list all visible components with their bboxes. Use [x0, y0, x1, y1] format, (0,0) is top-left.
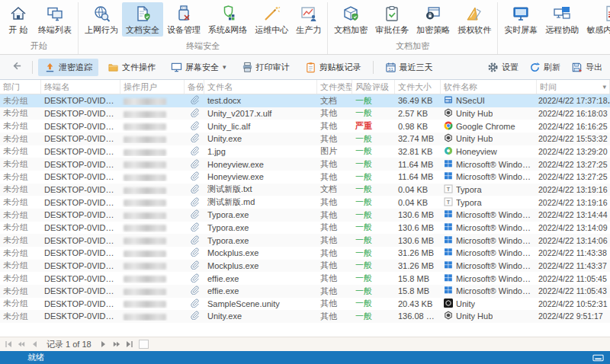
table-row[interactable]: 未分组DESKTOP-0VIDMDJHoneyview.exe其他一般11.64…	[0, 171, 610, 184]
column-header-operator-user[interactable]: 操作用户	[120, 80, 185, 94]
filter-caret-icon[interactable]: ▾	[602, 83, 606, 91]
cell-terminal-name: DESKTOP-0VIDMDJ	[41, 109, 120, 118]
pager-last-button[interactable]	[126, 340, 133, 348]
cell-risk-level: 严重	[352, 120, 395, 132]
table-row[interactable]: 未分组DESKTOP-0VIDMDJSampleScene.unity其他一般2…	[0, 298, 610, 311]
column-header-terminal-name[interactable]: 终端名	[41, 80, 120, 94]
toolbar-button-gear-small[interactable]: 设置	[486, 59, 520, 76]
table-row[interactable]: 未分组DESKTOP-0VIDMDJTypora.exe其他一般130.6 MB…	[0, 222, 610, 235]
toolbar-button-label: 文件操作	[122, 62, 156, 73]
toolbar-button-printaudit[interactable]: 打印审计	[236, 59, 296, 76]
cell-software-name: Unity Hub	[441, 311, 537, 321]
ribbon-item-doc-security[interactable]: 文档安全	[122, 2, 163, 37]
status-text: 就绪	[27, 352, 44, 363]
row-more-button[interactable]: …	[608, 96, 610, 105]
table-row[interactable]: 未分组DESKTOP-0VIDMDJ测试新版.md其他一般0.04 KBTTyp…	[0, 196, 610, 209]
table-row[interactable]: 未分组DESKTOP-0VIDMDJUnity_v2017.x.ulf其他一般2…	[0, 107, 610, 120]
gear-small-icon	[487, 62, 499, 73]
cell-software-name: Honeyview	[441, 146, 537, 157]
pager-prev-button[interactable]	[30, 340, 38, 348]
pager-extra-button[interactable]	[139, 340, 149, 349]
toolbar-button-label: 泄密追踪	[59, 62, 92, 73]
toolbar-button-export[interactable]: 导出	[570, 59, 604, 76]
ribbon-item-approval[interactable]: 审批任务	[371, 2, 413, 37]
pager-fast-prev-button[interactable]	[18, 340, 25, 348]
table-row[interactable]: 未分组DESKTOP-0VIDMDJUnity.exe其他一般32.74 MBU…	[0, 133, 610, 145]
date-filter-button[interactable]: 31 最近三天	[379, 59, 439, 76]
column-header-label: 风险评级	[355, 81, 389, 93]
table-row[interactable]: 未分组DESKTOP-0VIDMDJTypora.exe其他一般130.6 MB…	[0, 234, 610, 247]
ribbon-item-home[interactable]: 开 始	[2, 2, 34, 37]
cell-risk-level: 一般	[352, 107, 395, 119]
column-header-department[interactable]: 部门	[0, 80, 41, 94]
table-row[interactable]: 未分组DESKTOP-0VIDMDJeffie.exe其他一般15.8 MBMi…	[0, 285, 610, 298]
svg-text:T: T	[447, 186, 451, 193]
cell-time: 2022/4/22 15:53:32	[537, 134, 610, 143]
ribbon-item-web[interactable]: 上网行为	[81, 2, 122, 37]
unityhub-app-icon	[444, 311, 453, 321]
ribbon-item-productivity[interactable]: 生产力	[292, 2, 325, 37]
ribbon-item-remote[interactable]: 远程协助	[541, 2, 583, 37]
ops-icon	[262, 5, 281, 23]
ribbon-item-policy[interactable]: 加密策略	[413, 2, 454, 37]
table-row[interactable]: 未分组DESKTOP-0VIDMDJMockplus.exe其他一般31.26 …	[0, 247, 610, 260]
column-header-risk-level[interactable]: 风险评级	[352, 80, 395, 94]
toolbar-button-clipboard[interactable]: 剪贴板记录	[299, 59, 368, 76]
ribbon-item-terminal-list[interactable]: 终端列表	[34, 2, 75, 37]
cell-time: 2022/4/22 13:27:25	[537, 160, 610, 169]
cell-terminal-name: DESKTOP-0VIDMDJ	[41, 299, 120, 308]
ribbon-item-scan[interactable]: 敏感内容扫描	[583, 2, 610, 37]
pager-next-button[interactable]	[100, 340, 108, 348]
ribbon-item-doc-encrypt[interactable]: 文档加密	[330, 2, 371, 37]
home-icon	[9, 5, 27, 23]
table-row[interactable]: 未分组DESKTOP-0VIDMDJtest.docx文档一般36.49 KBN…	[0, 94, 610, 107]
ribbon-item-sysnet[interactable]: 系统&网络	[204, 2, 251, 37]
ribbon-item-ops[interactable]: 运维中心	[251, 2, 292, 37]
risk-badge: 一般	[355, 299, 372, 308]
time-label: 2022/4/22 10:52:31	[538, 299, 608, 308]
pager-fast-next-button[interactable]	[113, 340, 120, 348]
secondary-toolbar: 泄密追踪文件操作屏幕安全▾打印审计剪贴板记录 31 最近三天 设置刷新导出	[0, 55, 610, 80]
cell-file-name: 测试新版.md	[204, 196, 317, 208]
cell-backup	[185, 146, 204, 157]
column-header-file-type[interactable]: 文件类型	[317, 80, 352, 94]
cell-file-size: 31.26 MB	[395, 248, 441, 257]
trace-icon	[44, 62, 56, 73]
operator-user-redacted	[124, 123, 166, 130]
cell-file-size: 15.8 MB	[395, 286, 441, 295]
operator-user-redacted	[124, 200, 166, 206]
honeyview-app-icon	[444, 146, 453, 157]
table-row[interactable]: 未分组DESKTOP-0VIDMDJHoneyview.exe其他一般11.64…	[0, 158, 610, 171]
column-header-label: 文件类型	[320, 81, 352, 93]
table-row[interactable]: 未分组DESKTOP-0VIDMDJUnity_lic.alf其他严重0.98 …	[0, 120, 610, 133]
toolbar-button-fileops[interactable]: 文件操作	[101, 59, 162, 76]
toolbar-button-screensafe[interactable]: 屏幕安全▾	[165, 59, 233, 76]
ribbon-item-device[interactable]: 设备管理	[163, 2, 204, 37]
column-header-time[interactable]: 时间▾	[537, 80, 610, 94]
column-header-file-name[interactable]: 文件名	[204, 80, 317, 94]
table-row[interactable]: 未分组DESKTOP-0VIDMDJeffie.exe其他一般15.8 MBMi…	[0, 272, 610, 285]
column-header-backup[interactable]: 备份	[185, 80, 204, 94]
table-row[interactable]: 未分组DESKTOP-0VIDMDJUnity.exe其他一般136.08 MB…	[0, 310, 610, 323]
cell-file-size: 130.6 MB	[395, 223, 441, 232]
toolbar-button-refresh[interactable]: 刷新	[528, 59, 562, 76]
screen-icon	[512, 5, 530, 23]
cell-file-size: 32.81 KB	[395, 147, 441, 156]
cell-software-name: TTypora	[441, 197, 537, 208]
back-button[interactable]	[6, 59, 27, 75]
column-header-software-name[interactable]: 软件名称	[441, 80, 537, 94]
table-row[interactable]: 未分组DESKTOP-0VIDMDJTypora.exe其他一般130.6 MB…	[0, 209, 610, 222]
time-label: 2022/4/22 13:14:44	[538, 210, 608, 219]
cell-file-name: test.docx	[204, 96, 317, 105]
table-row[interactable]: 未分组DESKTOP-0VIDMDJMockplus.exe其他一般31.26 …	[0, 260, 610, 273]
cell-backup	[185, 171, 204, 182]
risk-badge: 一般	[355, 184, 372, 193]
pager-first-button[interactable]	[5, 340, 12, 348]
ribbon-item-license[interactable]: 授权软件	[454, 2, 495, 37]
column-header-file-size[interactable]: 文件大小	[395, 80, 441, 94]
table-row[interactable]: 未分组DESKTOP-0VIDMDJ1.jpg图片一般32.81 KBHoney…	[0, 145, 610, 158]
table-row[interactable]: 未分组DESKTOP-0VIDMDJ测试新版.txt文档一般0.04 KBTTy…	[0, 184, 610, 196]
ribbon-item-screen[interactable]: 实时屏幕	[500, 2, 541, 37]
toolbar-button-trace[interactable]: 泄密追踪	[38, 59, 98, 76]
sysnet-icon	[219, 5, 237, 23]
